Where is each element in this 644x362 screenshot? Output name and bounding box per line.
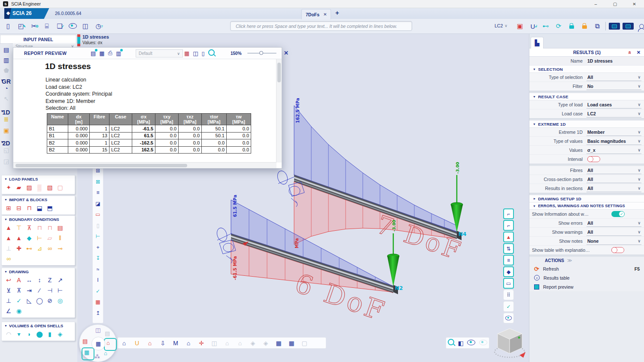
section-result-case[interactable]: ▼RESULT CASE bbox=[529, 93, 644, 100]
support-icon[interactable]: ⊓ bbox=[34, 223, 45, 233]
drawing-icon[interactable]: ↩ bbox=[3, 275, 14, 285]
deformation-total-icon[interactable]: U bbox=[131, 340, 143, 347]
support-icon[interactable]: ▲ bbox=[3, 233, 14, 243]
support-icon[interactable]: ▱ bbox=[45, 233, 55, 243]
support-icon[interactable]: ⊥ bbox=[3, 243, 14, 253]
calculation-tools-icon[interactable]: ✂⚙ bbox=[27, 22, 40, 30]
selection-frame-icon[interactable]: ▣ bbox=[513, 22, 526, 30]
toolbox-icon[interactable]: ▤ bbox=[0, 46, 12, 53]
refresh-icon[interactable]: ⟳ bbox=[552, 22, 565, 30]
section-drawing-setup[interactable]: ▼DRAWING SETUP 1D bbox=[529, 195, 644, 202]
column-icon[interactable]: ▣ bbox=[0, 127, 12, 134]
drawing-icon[interactable]: ◎ bbox=[55, 296, 65, 306]
cross-section-parts-dropdown[interactable]: All∨ bbox=[586, 175, 641, 183]
one-page-icon[interactable]: ▯ bbox=[202, 50, 205, 57]
section-errors-settings[interactable]: ▼ERRORS, WARNINGS AND NOTES SETTINGS bbox=[529, 202, 644, 210]
print-icon[interactable]: ⎙ bbox=[108, 50, 112, 57]
supports-visibility-icon[interactable]: ▲ bbox=[503, 232, 514, 242]
collapse-icon[interactable]: ▼ bbox=[4, 178, 7, 181]
zoom-selection-icon[interactable] bbox=[448, 339, 454, 347]
database-icon[interactable]: ≡ bbox=[503, 255, 514, 265]
account-icon[interactable] bbox=[635, 23, 644, 30]
drawing-icon[interactable]: ⊼ bbox=[14, 285, 24, 296]
libraries-icon[interactable]: ◫ bbox=[79, 22, 92, 30]
extreme-1d-dropdown[interactable]: Member∨ bbox=[586, 128, 641, 136]
report-close-icon[interactable]: ✕ bbox=[284, 50, 289, 56]
zoom-slider[interactable] bbox=[247, 53, 276, 54]
layout-screen-1-icon[interactable] bbox=[609, 23, 620, 30]
drawing-icon[interactable]: ↗ bbox=[55, 275, 65, 285]
style-dropdown[interactable]: Default∨ bbox=[136, 49, 183, 57]
support-icon[interactable]: ⊓ bbox=[45, 223, 55, 233]
section-selection[interactable]: ▼SELECTION bbox=[529, 66, 644, 73]
hinge-icon[interactable]: ∞ bbox=[3, 253, 14, 264]
drawing-icon[interactable]: Z bbox=[45, 275, 55, 285]
filter-dropdown[interactable]: No∨ bbox=[586, 82, 641, 90]
model-check-icon[interactable]: ❏✓ bbox=[53, 22, 66, 30]
navigation-cube[interactable] bbox=[492, 325, 528, 361]
load-panel-icon[interactable]: ▰ bbox=[14, 182, 24, 193]
interval-toggle[interactable] bbox=[587, 156, 600, 162]
show-notes-dropdown[interactable]: None∨ bbox=[586, 237, 641, 245]
show-errors-dropdown[interactable]: All∨ bbox=[586, 219, 641, 227]
drawing-icon[interactable]: ◺ bbox=[24, 296, 34, 306]
results-panel-close-icon[interactable]: ✕ bbox=[637, 50, 641, 55]
wheel-house-teal-icon[interactable]: ⌂ bbox=[104, 350, 107, 356]
deformation-u-icon[interactable]: ⌂ bbox=[118, 340, 131, 347]
marking-menu-wheel[interactable]: ◫ ▤ ⌂ ⌂ ⁂ ▦ ▤ ▦ bbox=[79, 324, 117, 362]
view-frame-icon[interactable]: ⌐ bbox=[503, 208, 514, 219]
shell-icon[interactable]: ◈ bbox=[55, 329, 65, 339]
layers-visibility-icon[interactable] bbox=[503, 313, 514, 323]
show-warnings-dropdown[interactable]: All∨ bbox=[586, 228, 641, 236]
model-lock-icon[interactable] bbox=[565, 23, 578, 30]
list-tool-icon[interactable]: ≡ bbox=[96, 188, 99, 197]
drawing-icon[interactable]: ↔ bbox=[24, 275, 34, 285]
minimize-button[interactable]: – bbox=[586, 0, 605, 8]
insert-item-icon[interactable]: ▤ bbox=[91, 50, 96, 57]
support-icon[interactable]: ⊤ bbox=[14, 223, 24, 233]
support-icon[interactable]: ⊢ bbox=[34, 233, 45, 243]
pin-panel-icon[interactable]: « bbox=[627, 51, 633, 54]
load-panel-icon[interactable]: ▢ bbox=[55, 182, 65, 193]
rail-section-2d[interactable]: ▾2D bbox=[0, 140, 14, 144]
view-frame-2-icon[interactable]: ⌐ bbox=[503, 220, 514, 231]
wheel-nodes-icon[interactable]: ⁂ bbox=[94, 353, 100, 360]
delete-grid-icon[interactable]: ▦ bbox=[95, 297, 100, 307]
report-horizontal-scrollbar[interactable] bbox=[13, 162, 276, 168]
drawing-icon[interactable]: A bbox=[14, 275, 24, 285]
wheel-box-icon[interactable]: ▤ bbox=[105, 330, 110, 337]
support-icon[interactable]: ⊼ bbox=[24, 223, 34, 233]
dot-grid-icon[interactable]: ⠿ bbox=[503, 290, 514, 300]
shell-icon[interactable]: ◠ bbox=[3, 329, 14, 339]
close-button[interactable]: ✕ bbox=[625, 0, 644, 8]
collapse-icon[interactable]: ▼ bbox=[4, 324, 7, 327]
import-icon[interactable]: ⊓ bbox=[24, 203, 34, 213]
type-of-selection-dropdown[interactable]: All∨ bbox=[586, 73, 641, 81]
export-document-icon[interactable]: ▥ bbox=[116, 50, 121, 57]
load-case-dropdown[interactable]: LC2∨ bbox=[586, 110, 641, 118]
deformation-colored-icon[interactable]: ⌂ bbox=[143, 340, 156, 347]
hinge-icon[interactable]: ∞ bbox=[45, 243, 55, 253]
tag-icon[interactable]: ⬟ bbox=[0, 67, 12, 74]
rail-section-1d[interactable]: ▾1D bbox=[0, 109, 14, 113]
support-icon[interactable]: ▲ bbox=[3, 223, 14, 233]
more-actions-icon[interactable]: ≫ bbox=[567, 258, 572, 263]
frame-tool-icon[interactable]: ▯ bbox=[97, 221, 100, 230]
visibility-icon[interactable] bbox=[66, 23, 79, 30]
reactions-icon[interactable]: ⇩ bbox=[156, 340, 169, 347]
brush-tool-icon[interactable]: ◪ bbox=[95, 199, 100, 208]
add-tool-icon[interactable]: + bbox=[96, 243, 99, 252]
hinge-icon[interactable]: ⊷ bbox=[24, 243, 34, 253]
wheel-house-icon[interactable]: ⌂ bbox=[106, 340, 110, 346]
zoom-slider-knob[interactable] bbox=[259, 51, 263, 55]
results-tab[interactable]: ▙ bbox=[531, 37, 544, 48]
open-project-icon[interactable]: ◰✎ bbox=[15, 22, 27, 30]
load-panel-icon[interactable]: ▨ bbox=[24, 182, 34, 193]
support-icon[interactable]: ‖ bbox=[55, 233, 65, 243]
hinge-icon[interactable]: ⊿ bbox=[34, 243, 45, 253]
drawing-icon[interactable]: ⊣ bbox=[45, 285, 55, 296]
wheel-grid-icon[interactable]: ▦ bbox=[84, 349, 89, 356]
import-icon[interactable]: ⊟ bbox=[14, 203, 24, 213]
maximize-button[interactable]: ▢ bbox=[605, 0, 625, 8]
table-format-icon[interactable]: ▦ bbox=[184, 50, 189, 57]
